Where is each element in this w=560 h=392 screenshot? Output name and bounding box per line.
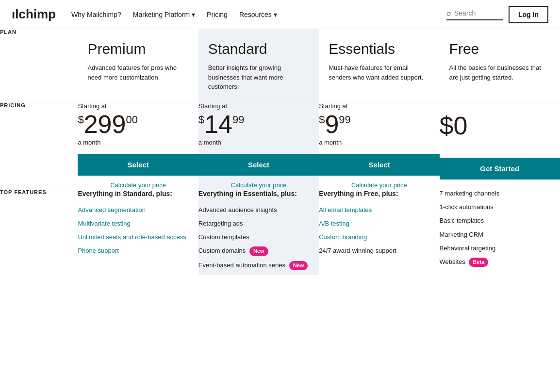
essentials-pricing: Starting at $ 9 99 a month Select Calcul… (319, 102, 439, 189)
essentials-feature-2[interactable]: Custom branding (319, 233, 439, 242)
standard-feature-1: Retargeting ads (198, 219, 319, 228)
essentials-name: Essentials (319, 29, 439, 63)
chevron-down-icon: ▾ (192, 11, 195, 18)
standard-feature-4: Event-based automation series New (198, 261, 319, 270)
search-icon: ⌕ (446, 9, 451, 17)
essentials-price-block: $ 9 99 (319, 112, 439, 137)
nav-resources[interactable]: Resources ▾ (239, 11, 277, 18)
free-desc: All the basics for businesses that are j… (440, 63, 560, 102)
premium-starting-at: Starting at (78, 102, 198, 110)
premium-features: Everything in Standard, plus: Advanced s… (78, 189, 198, 275)
premium-price-cents: 00 (126, 114, 137, 126)
premium-feature-3[interactable]: Phone support (78, 246, 198, 255)
chevron-down-icon: ▾ (274, 11, 277, 18)
standard-feature-3: Custom domains New (198, 246, 319, 256)
essentials-per-month: a month (319, 139, 439, 146)
essentials-select-button[interactable]: Select (319, 154, 439, 176)
standard-starting-at: Starting at (198, 102, 319, 110)
standard-dollar: $ (198, 114, 204, 126)
navigation: ılchimp Why Mailchimp? Marketing Platfor… (0, 0, 560, 29)
essentials-features: Everything in Free, plus: All email temp… (319, 189, 439, 275)
essentials-feature-1[interactable]: A/B testing (319, 219, 439, 228)
premium-desc: Advanced features for pros who need more… (78, 63, 198, 102)
free-feature-1: 1-click automations (440, 203, 560, 212)
standard-name: Standard (198, 29, 319, 63)
premium-plan-header: Premium Advanced features for pros who n… (78, 29, 198, 102)
essentials-desc: Must-have features for email senders who… (319, 63, 439, 102)
standard-features: Everything in Essentials, plus: Advanced… (198, 189, 319, 275)
premium-pricing: Starting at $ 299 00 a month Select Calc… (78, 102, 198, 189)
premium-select-button[interactable]: Select (78, 154, 198, 176)
essentials-starting-at: Starting at (319, 102, 439, 110)
premium-feature-2[interactable]: Unlimited seats and role-based access (78, 233, 198, 242)
plan-section-label: PLAN (0, 29, 78, 102)
standard-calc-link[interactable]: Calculate your price (198, 181, 319, 189)
free-price-block: $0 (440, 113, 560, 138)
free-get-started-button[interactable]: Get Started (440, 158, 560, 180)
premium-price-block: $ 299 00 (78, 112, 198, 137)
free-feature-4: Behavioral targeting (440, 244, 560, 253)
custom-domains-new-badge: New (249, 246, 268, 256)
plan-header-row: PLAN Premium Advanced features for pros … (0, 29, 560, 102)
standard-desc: Better insights for growing businesses t… (198, 63, 319, 102)
features-row: TOP FEATURES Everything in Standard, plu… (0, 189, 560, 275)
essentials-plan-header: Essentials Must-have features for email … (319, 29, 439, 102)
standard-plan-header: Standard Better insights for growing bus… (198, 29, 319, 102)
essentials-price-main: 9 (325, 112, 339, 137)
nav-why-mailchimp[interactable]: Why Mailchimp? (71, 11, 121, 18)
event-automation-new-badge: New (289, 261, 308, 270)
nav-marketing-platform[interactable]: Marketing Platform ▾ (133, 11, 195, 18)
logo: ılchimp (12, 7, 56, 22)
premium-feature-0[interactable]: Advanced segmentation (78, 206, 198, 214)
essentials-calc-link[interactable]: Calculate your price (319, 181, 439, 189)
features-section-label: TOP FEATURES (0, 189, 78, 275)
premium-features-header: Everything in Standard, plus: (78, 189, 198, 199)
free-feature-2: Basic templates (440, 216, 560, 225)
free-price-zero: $0 (440, 113, 468, 138)
websites-beta-badge: Beta (469, 258, 488, 267)
free-pricing: $0 Get Started (440, 102, 560, 189)
premium-name: Premium (78, 29, 198, 63)
standard-price-cents: 99 (232, 114, 244, 126)
free-plan-header: Free All the basics for businesses that … (440, 29, 560, 102)
standard-feature-2: Custom templates (198, 233, 319, 242)
standard-price-block: $ 14 99 (198, 112, 319, 137)
premium-per-month: a month (78, 139, 198, 146)
nav-right: ⌕ Log In (446, 6, 548, 23)
essentials-feature-0[interactable]: All email templates (319, 206, 439, 214)
search-container: ⌕ (446, 9, 503, 20)
standard-select-button[interactable]: Select (198, 154, 319, 176)
free-feature-5: Websites Beta (440, 258, 560, 267)
standard-per-month: a month (198, 139, 319, 146)
essentials-price-cents: 99 (339, 114, 350, 126)
pricing-table: PLAN Premium Advanced features for pros … (0, 29, 560, 275)
nav-links: Why Mailchimp? Marketing Platform ▾ Pric… (71, 11, 446, 18)
essentials-feature-3: 24/7 award-winning support (319, 246, 439, 255)
pricing-row: PRICING Starting at $ 299 00 a month Sel… (0, 102, 560, 189)
free-name: Free (440, 29, 560, 63)
nav-pricing[interactable]: Pricing (207, 11, 228, 18)
premium-price-main: 299 (84, 112, 126, 137)
free-features: 7 marketing channels 1-click automations… (440, 189, 560, 275)
standard-price-main: 14 (204, 112, 232, 137)
premium-feature-1[interactable]: Multivariate testing (78, 219, 198, 228)
essentials-features-header: Everything in Free, plus: (319, 189, 439, 199)
standard-pricing: Starting at $ 14 99 a month Select Calcu… (198, 102, 319, 189)
free-feature-3: Marketing CRM (440, 230, 560, 239)
standard-feature-0: Advanced audience insights (198, 206, 319, 214)
pricing-section-label: PRICING (0, 102, 78, 189)
premium-calc-link[interactable]: Calculate your price (78, 181, 198, 189)
premium-dollar: $ (78, 114, 83, 126)
login-button[interactable]: Log In (509, 6, 548, 23)
free-feature-0: 7 marketing channels (440, 189, 560, 198)
essentials-dollar: $ (319, 114, 325, 126)
standard-features-header: Everything in Essentials, plus: (198, 189, 319, 199)
search-input[interactable] (454, 9, 503, 17)
